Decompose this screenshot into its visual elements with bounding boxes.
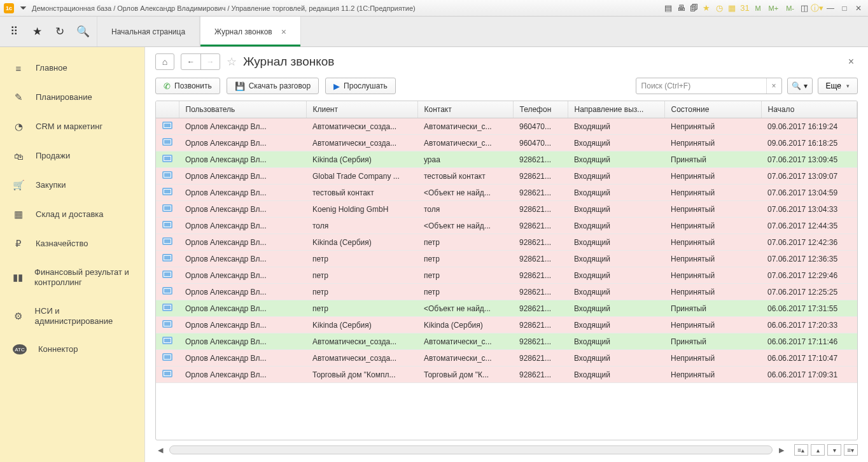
- cell-state: Принятый: [664, 300, 761, 317]
- table-row[interactable]: Орлов Александр Вл...Автоматически_созда…: [156, 350, 857, 367]
- cell-client: петр: [306, 284, 417, 300]
- tab-close-icon[interactable]: ×: [281, 27, 286, 37]
- goto-top-button[interactable]: ≡▴: [794, 444, 808, 456]
- sidebar-icon: 🛍: [13, 150, 24, 162]
- row-status-icon: [156, 185, 179, 201]
- cell-user: Орлов Александр Вл...: [179, 118, 306, 135]
- table-row[interactable]: Орлов Александр Вл...Торговый дом "Компл…: [156, 367, 857, 383]
- table-row[interactable]: Орлов Александр Вл...толя<Объект не найд…: [156, 218, 857, 234]
- page-star-icon[interactable]: ☆: [227, 55, 237, 69]
- cell-user: Орлов Александр Вл...: [179, 201, 306, 218]
- tb-cal-icon[interactable]: 31: [739, 3, 750, 13]
- tb-calc-icon[interactable]: ▦: [727, 3, 737, 13]
- history-icon[interactable]: ↻: [48, 17, 71, 47]
- close-window-button[interactable]: ✕: [853, 3, 864, 13]
- col-phone[interactable]: Телефон: [513, 101, 568, 118]
- col-client[interactable]: Клиент: [306, 101, 417, 118]
- home-button[interactable]: ⌂: [155, 53, 174, 70]
- cell-contact: Торговый дом "К...: [417, 367, 513, 383]
- forward-button[interactable]: →: [200, 54, 220, 69]
- m-minus-button[interactable]: M-: [783, 4, 797, 13]
- tb-panel-icon[interactable]: ◫: [799, 3, 809, 13]
- sidebar-item-label: Главное: [36, 63, 67, 73]
- cell-phone: 928621...: [513, 267, 568, 284]
- tb-clock-icon[interactable]: ◷: [714, 3, 724, 13]
- maximize-button[interactable]: □: [839, 3, 850, 13]
- page-title: Журнал звонков: [243, 55, 334, 69]
- table-row[interactable]: Орлов Александр Вл...петрпетр928621...Вх…: [156, 267, 857, 284]
- search-icon[interactable]: 🔍: [71, 17, 94, 47]
- more-button[interactable]: Еще ▾: [818, 78, 858, 94]
- cell-state: Непринятый: [664, 168, 761, 185]
- cell-direction: Входящий: [568, 168, 664, 185]
- scroll-left-button[interactable]: ◀: [155, 445, 165, 455]
- close-page-button[interactable]: ×: [848, 56, 858, 67]
- table-row[interactable]: Орлов Александр Вл...Kikinda (Сербия)Kik…: [156, 317, 857, 333]
- row-down-button[interactable]: ▾: [827, 444, 841, 456]
- goto-bottom-button[interactable]: ≡▾: [844, 444, 858, 456]
- table-row[interactable]: Орлов Александр Вл...петрпетр928621...Вх…: [156, 284, 857, 300]
- row-up-button[interactable]: ▴: [811, 444, 825, 456]
- cell-user: Орлов Александр Вл...: [179, 218, 306, 234]
- sidebar: ≡Главное✎Планирование◔CRM и маркетинг🛍Пр…: [0, 47, 145, 462]
- sidebar-item-9[interactable]: АТСКоннектор: [0, 335, 144, 363]
- row-status-icon: [156, 333, 179, 350]
- sidebar-item-label: Казначейство: [36, 239, 88, 249]
- table-row[interactable]: Орлов Александр Вл...Автоматически_созда…: [156, 333, 857, 350]
- table-row[interactable]: Орлов Александр Вл...петрпетр928621...Вх…: [156, 251, 857, 267]
- m-button[interactable]: M: [752, 4, 763, 13]
- page-header: ⌂ ← → ☆ Журнал звонков ×: [145, 47, 868, 70]
- play-button[interactable]: ▶ Прослушать: [325, 78, 396, 94]
- table-row[interactable]: Орлов Александр Вл...Koenig Holding GmbH…: [156, 201, 857, 218]
- tb-icon-1[interactable]: ▤: [663, 3, 673, 13]
- search-clear-button[interactable]: ×: [766, 78, 781, 94]
- sidebar-item-5[interactable]: ▦Склад и доставка: [0, 200, 144, 229]
- sidebar-item-0[interactable]: ≡Главное: [0, 53, 144, 83]
- row-status-icon: [156, 267, 179, 284]
- sidebar-item-1[interactable]: ✎Планирование: [0, 83, 144, 112]
- cell-state: Непринятый: [664, 135, 761, 151]
- m-plus-button[interactable]: M+: [766, 4, 781, 13]
- sidebar-item-4[interactable]: 🛒Закупки: [0, 171, 144, 200]
- tb-star-icon[interactable]: ★: [701, 3, 711, 13]
- sidebar-item-7[interactable]: ▮▮Финансовый результат и контроллинг: [0, 258, 144, 297]
- favorites-icon[interactable]: ★: [25, 17, 48, 47]
- download-button[interactable]: 💾 Скачать разговор: [227, 78, 319, 94]
- dropdown-icon[interactable]: ⏷: [18, 3, 28, 13]
- apps-icon[interactable]: ⠿: [3, 17, 25, 47]
- col-user[interactable]: Пользователь: [179, 101, 306, 118]
- tb-icon-3[interactable]: 🗐: [689, 3, 699, 13]
- col-direction[interactable]: Направление выз...: [568, 101, 664, 118]
- cell-phone: 928621...: [513, 367, 568, 383]
- table-row[interactable]: Орлов Александр Вл...Автоматически_созда…: [156, 135, 857, 151]
- sidebar-item-6[interactable]: ₽Казначейство: [0, 229, 144, 258]
- table-row[interactable]: Орлов Александр Вл...Global Trade Compan…: [156, 168, 857, 185]
- sidebar-item-3[interactable]: 🛍Продажи: [0, 141, 144, 171]
- tab-home[interactable]: Начальная страница: [97, 17, 200, 46]
- table-row[interactable]: Орлов Александр Вл...петр<Объект не найд…: [156, 300, 857, 317]
- call-button[interactable]: ✆ Позвонить: [155, 78, 220, 94]
- cell-contact: Автоматически_с...: [417, 350, 513, 367]
- sidebar-icon: ₽: [13, 238, 24, 249]
- col-state[interactable]: Состояние: [664, 101, 761, 118]
- cell-direction: Входящий: [568, 317, 664, 333]
- col-icon[interactable]: [156, 101, 179, 118]
- table-row[interactable]: Орлов Александр Вл...Kikinda (Сербия)ура…: [156, 151, 857, 168]
- col-contact[interactable]: Контакт: [417, 101, 513, 118]
- table-row[interactable]: Орлов Александр Вл...Kikinda (Сербия)пет…: [156, 234, 857, 251]
- table-row[interactable]: Орлов Александр Вл...тестовый контакт<Об…: [156, 185, 857, 201]
- col-start[interactable]: Начало: [761, 101, 857, 118]
- minimize-button[interactable]: —: [825, 3, 836, 13]
- table-row[interactable]: Орлов Александр Вл...Автоматически_созда…: [156, 118, 857, 135]
- h-scrollbar[interactable]: [169, 445, 773, 454]
- search-input[interactable]: [636, 78, 766, 94]
- tab-call-log[interactable]: Журнал звонков ×: [200, 17, 301, 46]
- sidebar-item-2[interactable]: ◔CRM и маркетинг: [0, 112, 144, 141]
- filter-button[interactable]: 🔍 ▾: [787, 78, 813, 94]
- tb-info-icon[interactable]: ⓘ▾: [812, 3, 822, 13]
- sidebar-item-8[interactable]: ⚙НСИ и администрирование: [0, 297, 144, 336]
- tb-icon-2[interactable]: 🖶: [676, 3, 686, 13]
- scroll-right-button[interactable]: ▶: [776, 445, 787, 455]
- cell-direction: Входящий: [568, 118, 664, 135]
- back-button[interactable]: ←: [181, 54, 200, 69]
